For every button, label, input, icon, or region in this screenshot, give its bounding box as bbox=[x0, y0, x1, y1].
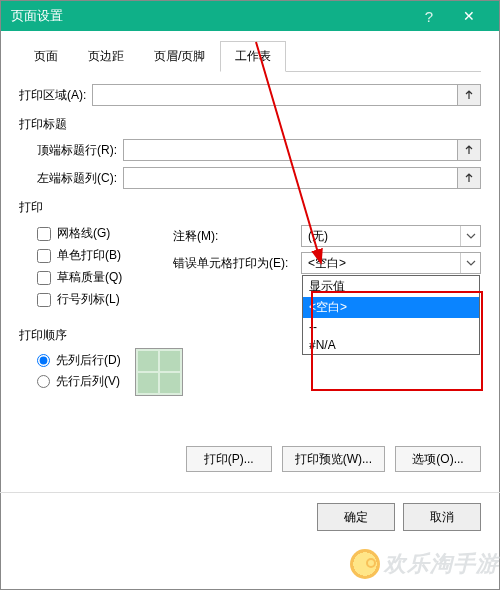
close-button[interactable]: ✕ bbox=[449, 8, 489, 24]
row-first-radio[interactable] bbox=[37, 375, 50, 388]
footer-buttons: 打印(P)... 打印预览(W)... 选项(O)... bbox=[19, 446, 481, 472]
rowcol-label: 行号列标(L) bbox=[57, 291, 120, 308]
print-button[interactable]: 打印(P)... bbox=[186, 446, 272, 472]
watermark: 欢乐淘手游 bbox=[350, 549, 499, 579]
row-first-label: 先行后列(V) bbox=[56, 373, 120, 390]
chevron-down-icon bbox=[460, 253, 480, 273]
top-row-label: 顶端标题行(R): bbox=[37, 142, 117, 159]
dialog-window: 页面设置 ? ✕ 页面 页边距 页眉/页脚 工作表 打印区域(A): 打印标题 bbox=[0, 0, 500, 590]
top-row-input[interactable] bbox=[123, 139, 457, 161]
errors-dropdown: 显示值 <空白> -- #N/A bbox=[302, 275, 480, 355]
errors-option-blank[interactable]: <空白> bbox=[303, 297, 479, 318]
tab-bar: 页面 页边距 页眉/页脚 工作表 bbox=[19, 41, 481, 72]
options-button[interactable]: 选项(O)... bbox=[395, 446, 481, 472]
order-illustration bbox=[135, 348, 183, 396]
bw-label: 单色打印(B) bbox=[57, 247, 121, 264]
rowcol-checkbox[interactable] bbox=[37, 293, 51, 307]
preview-button[interactable]: 打印预览(W)... bbox=[282, 446, 385, 472]
print-titles-section: 顶端标题行(R): 左端标题列(C): bbox=[19, 139, 481, 189]
cancel-button[interactable]: 取消 bbox=[403, 503, 481, 531]
errors-combo[interactable]: <空白> 显示值 <空白> -- #N/A bbox=[301, 252, 481, 274]
gridlines-checkbox[interactable] bbox=[37, 227, 51, 241]
comments-combo[interactable]: (无) bbox=[301, 225, 481, 247]
print-area-picker[interactable] bbox=[457, 84, 481, 106]
left-col-input[interactable] bbox=[123, 167, 457, 189]
content-area: 页面 页边距 页眉/页脚 工作表 打印区域(A): 打印标题 顶端标题行(R): bbox=[1, 31, 499, 472]
errors-label: 错误单元格打印为(E): bbox=[173, 255, 301, 272]
print-section: 网格线(G) 单色打印(B) 草稿质量(Q) 行号列标(L) 注释(M): (无… bbox=[19, 220, 481, 313]
top-row-picker[interactable] bbox=[457, 139, 481, 161]
print-group: 打印 bbox=[19, 199, 481, 216]
print-area-input[interactable] bbox=[92, 84, 457, 106]
ok-button[interactable]: 确定 bbox=[317, 503, 395, 531]
bw-checkbox[interactable] bbox=[37, 249, 51, 263]
draft-checkbox[interactable] bbox=[37, 271, 51, 285]
errors-value: <空白> bbox=[302, 255, 460, 272]
comments-value: (无) bbox=[302, 228, 460, 245]
ok-cancel-row: 确定 取消 bbox=[1, 503, 499, 545]
errors-option-dashes[interactable]: -- bbox=[303, 318, 479, 336]
print-area-row: 打印区域(A): bbox=[19, 84, 481, 106]
comments-label: 注释(M): bbox=[173, 228, 301, 245]
left-col-label: 左端标题列(C): bbox=[37, 170, 117, 187]
tab-headerfooter[interactable]: 页眉/页脚 bbox=[139, 41, 220, 72]
window-title: 页面设置 bbox=[11, 7, 409, 25]
col-first-label: 先列后行(D) bbox=[56, 352, 121, 369]
col-first-radio[interactable] bbox=[37, 354, 50, 367]
left-col-picker[interactable] bbox=[457, 167, 481, 189]
errors-option-na[interactable]: #N/A bbox=[303, 336, 479, 354]
tab-margins[interactable]: 页边距 bbox=[73, 41, 139, 72]
print-area-label: 打印区域(A): bbox=[19, 87, 86, 104]
watermark-text: 欢乐淘手游 bbox=[384, 549, 499, 579]
print-area-field bbox=[92, 84, 481, 106]
print-titles-group: 打印标题 bbox=[19, 116, 481, 133]
titlebar: 页面设置 ? ✕ bbox=[1, 1, 499, 31]
help-button[interactable]: ? bbox=[409, 8, 449, 25]
tab-sheet[interactable]: 工作表 bbox=[220, 41, 286, 72]
tab-page[interactable]: 页面 bbox=[19, 41, 73, 72]
watermark-logo-icon bbox=[350, 549, 380, 579]
gridlines-label: 网格线(G) bbox=[57, 225, 110, 242]
chevron-down-icon bbox=[460, 226, 480, 246]
draft-label: 草稿质量(Q) bbox=[57, 269, 122, 286]
divider bbox=[0, 492, 500, 493]
errors-option-showvalue[interactable]: 显示值 bbox=[303, 276, 479, 297]
